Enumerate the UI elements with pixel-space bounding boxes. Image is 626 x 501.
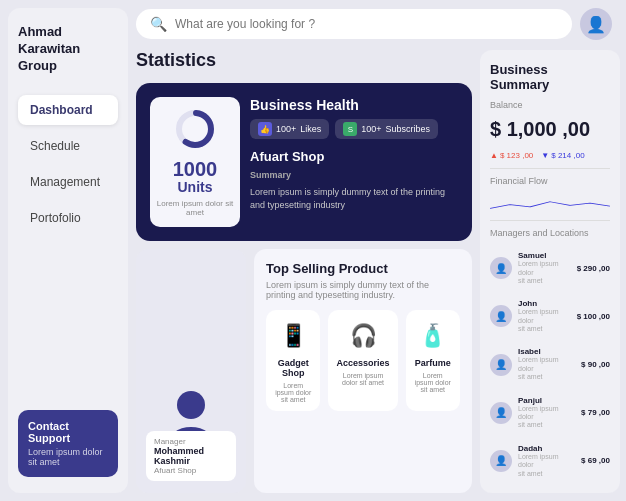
header: 🔍 👤	[136, 8, 620, 40]
gadget-icon: 📱	[279, 318, 307, 354]
down-arrow-icon: ▼	[541, 151, 549, 160]
financial-flow-chart	[490, 198, 610, 211]
top-selling-desc: Lorem ipsum is simply dummy text of the …	[266, 280, 460, 300]
manager-avatar-john: 👤	[490, 305, 512, 327]
manager-amount-panjul: $ 79 ,00	[581, 408, 610, 417]
accessories-icon: 🎧	[349, 318, 377, 354]
contact-support-button[interactable]: Contact Support Lorem ipsum dolor sit am…	[18, 410, 118, 477]
manager-amount-dadah: $ 69 ,00	[581, 456, 610, 465]
stats-desc: Lorem ipsum dolor sit amet	[156, 199, 234, 217]
summary-text: Lorem ipsum is simply dummy text of the …	[250, 186, 458, 211]
manager-row-dadah: 👤 Dadah Lorem ipsum dolorsit amet $ 69 ,…	[490, 441, 610, 481]
manager-info: Manager Mohammed Kashmir Afuart Shop	[146, 431, 236, 481]
balance-amount: $ 1,000 ,00	[490, 118, 610, 141]
summary-label: Summary	[250, 170, 458, 180]
product-name-parfume: Parfume	[415, 358, 451, 368]
manager-card: Manager Mohammed Kashmir Afuart Shop	[136, 249, 246, 493]
manager-amount-isabel: $ 90 ,00	[581, 360, 610, 369]
manager-row-john: 👤 John Lorem ipsum dolorsit amet $ 100 ,…	[490, 296, 610, 336]
stats-left-panel: 1000 Units Lorem ipsum dolor sit amet	[150, 97, 240, 227]
manager-name-dadah: Dadah	[518, 444, 575, 453]
subscribes-icon: S	[343, 122, 357, 136]
manager-avatar-panjul: 👤	[490, 402, 512, 424]
product-item-parfume[interactable]: 🧴 Parfume Lorem ipsum dolor sit amet	[406, 310, 460, 411]
manager-name-samuel: Samuel	[518, 251, 571, 260]
flow-label: Financial Flow	[490, 176, 610, 186]
center-panel: Statistics 1000 Units Lorem ipsum dolor …	[136, 50, 472, 493]
product-desc-accessories: Lorem ipsum dolor sit amet	[336, 372, 389, 386]
search-icon: 🔍	[150, 16, 167, 32]
sidebar-item-portofolio[interactable]: Portofolio	[18, 203, 118, 233]
product-desc-parfume: Lorem ipsum dolor sit amet	[414, 372, 452, 393]
stats-title: Statistics	[136, 50, 472, 71]
product-desc-gadget: Lorem ipsum dolor sit amet	[274, 382, 312, 403]
parfume-icon: 🧴	[419, 318, 447, 354]
manager-shop: Afuart Shop	[154, 466, 228, 475]
svg-point-2	[177, 391, 205, 419]
manager-row-panjul: 👤 Panjul Lorem ipsum dolorsit amet $ 79 …	[490, 393, 610, 433]
avatar[interactable]: 👤	[580, 8, 612, 40]
health-badges: 👍 100+ Likes S 100+ Subscribes	[250, 119, 458, 139]
product-name-accessories: Accessories	[336, 358, 389, 368]
change-up: ▲ $ 123 ,00	[490, 151, 533, 160]
sidebar-nav: Dashboard Schedule Management Portofolio	[18, 95, 118, 410]
shop-name: Afuart Shop	[250, 149, 458, 164]
stats-card: 1000 Units Lorem ipsum dolor sit amet Bu…	[136, 83, 472, 241]
stats-right-panel: Business Health 👍 100+ Likes S 100+ Subs…	[250, 97, 458, 227]
manager-role: Manager	[154, 437, 228, 446]
manager-amount-samuel: $ 290 ,00	[577, 264, 610, 273]
main-content: 🔍 👤 Statistics 1000 Uni	[136, 0, 626, 501]
stats-unit: Units	[178, 179, 213, 195]
bottom-row: Manager Mohammed Kashmir Afuart Shop Top…	[136, 249, 472, 493]
manager-row-isabel: 👤 Isabel Lorem ipsum dolorsit amet $ 90 …	[490, 344, 610, 384]
manager-name-panjul: Panjul	[518, 396, 575, 405]
top-selling-panel: Top Selling Product Lorem ipsum is simpl…	[254, 249, 472, 493]
manager-avatar-isabel: 👤	[490, 354, 512, 376]
sidebar-logo: Ahmad Karawitan Group	[18, 24, 118, 75]
business-health-title: Business Health	[250, 97, 458, 113]
manager-desc-john: Lorem ipsum dolorsit amet	[518, 308, 571, 333]
manager-avatar-dadah: 👤	[490, 450, 512, 472]
manager-avatar-samuel: 👤	[490, 257, 512, 279]
search-bar[interactable]: 🔍	[136, 9, 572, 39]
product-grid: 📱 Gadget Shop Lorem ipsum dolor sit amet…	[266, 310, 460, 411]
manager-desc-dadah: Lorem ipsum dolorsit amet	[518, 453, 575, 478]
manager-name: Mohammed Kashmir	[154, 446, 228, 466]
content-area: Statistics 1000 Units Lorem ipsum dolor …	[136, 50, 620, 493]
manager-name-isabel: Isabel	[518, 347, 575, 356]
manager-amount-john: $ 100 ,00	[577, 312, 610, 321]
managers-label: Managers and Locations	[490, 228, 610, 238]
manager-name-john: John	[518, 299, 571, 308]
change-down: ▼ $ 214 ,00	[541, 151, 584, 160]
product-name-gadget: Gadget Shop	[274, 358, 312, 378]
search-input[interactable]	[175, 17, 558, 31]
manager-desc-samuel: Lorem ipsum dolorsit amet	[518, 260, 571, 285]
up-arrow-icon: ▲	[490, 151, 498, 160]
sidebar-item-management[interactable]: Management	[18, 167, 118, 197]
sidebar-item-dashboard[interactable]: Dashboard	[18, 95, 118, 125]
balance-label: Balance	[490, 100, 610, 110]
subscribes-badge: S 100+ Subscribes	[335, 119, 438, 139]
right-panel: Business Summary Balance $ 1,000 ,00 ▲ $…	[480, 50, 620, 493]
top-selling-title: Top Selling Product	[266, 261, 460, 276]
manager-desc-isabel: Lorem ipsum dolorsit amet	[518, 356, 575, 381]
product-item-gadget[interactable]: 📱 Gadget Shop Lorem ipsum dolor sit amet	[266, 310, 320, 411]
balance-changes: ▲ $ 123 ,00 ▼ $ 214 ,00	[490, 151, 610, 160]
likes-badge: 👍 100+ Likes	[250, 119, 329, 139]
sidebar: Ahmad Karawitan Group Dashboard Schedule…	[8, 8, 128, 493]
business-summary-title: Business Summary	[490, 62, 610, 92]
stats-number: 1000	[173, 159, 218, 179]
likes-icon: 👍	[258, 122, 272, 136]
donut-chart	[173, 107, 217, 151]
manager-desc-panjul: Lorem ipsum dolorsit amet	[518, 405, 575, 430]
sidebar-item-schedule[interactable]: Schedule	[18, 131, 118, 161]
manager-row-samuel: 👤 Samuel Lorem ipsum dolorsit amet $ 290…	[490, 248, 610, 288]
product-item-accessories[interactable]: 🎧 Accessories Lorem ipsum dolor sit amet	[328, 310, 397, 411]
